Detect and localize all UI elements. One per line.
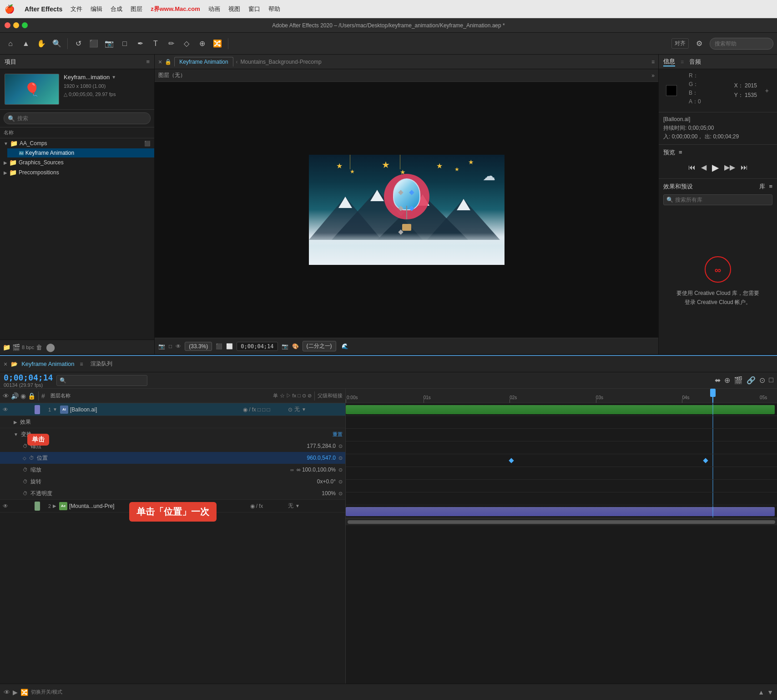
sw-slash[interactable]: /: [249, 406, 250, 413]
scale-row[interactable]: ⏱ 缩放 ∞ ∞ 100.0,100.0% ⊙: [0, 464, 345, 476]
home-btn[interactable]: ⌂: [4, 37, 17, 51]
tl-tool-6[interactable]: □: [769, 376, 773, 385]
scrollbar-thumb[interactable]: [348, 520, 775, 524]
comp-tab-keyframe[interactable]: Keyframe Animation: [174, 57, 233, 66]
rotation-row[interactable]: ⏱ 旋转 0x+0.0° ⊙: [0, 476, 345, 487]
tl-tool-3[interactable]: 🎬: [734, 376, 743, 385]
new-comp-btn[interactable]: 🎬: [12, 344, 20, 351]
layer-2-eye[interactable]: 👁: [3, 503, 8, 509]
project-dropdown-arrow[interactable]: ▼: [111, 75, 116, 80]
scale-value[interactable]: ∞ 100.0,100.0%: [297, 467, 336, 473]
effects-search-input[interactable]: [675, 197, 769, 203]
timeline-playhead[interactable]: [712, 389, 713, 403]
position-keyframe-left[interactable]: ◇: [23, 456, 26, 461]
minimize-window-btn[interactable]: [13, 22, 19, 28]
select-tool[interactable]: ▲: [19, 37, 33, 51]
hand-tool[interactable]: ✋: [35, 37, 48, 51]
menu-layer[interactable]: 图层: [131, 5, 142, 13]
effect-expand-icon[interactable]: ▶: [14, 420, 17, 425]
menu-window[interactable]: 窗口: [248, 5, 260, 13]
comp-header-close[interactable]: ×: [158, 58, 162, 66]
expand-aa-comps[interactable]: ▼: [4, 141, 8, 146]
transform-header[interactable]: ▼ 变换 重置: [0, 428, 345, 440]
menu-file[interactable]: 文件: [71, 5, 82, 13]
fast-preview-btn[interactable]: 🌊: [342, 343, 348, 350]
lc-solo-btn[interactable]: ◉: [20, 392, 26, 400]
comp-expand-btn[interactable]: »: [651, 72, 655, 79]
opacity-row[interactable]: ⏱ 不透明度 100% ⊙: [0, 487, 345, 499]
expand-precomp[interactable]: ▶: [4, 170, 7, 175]
snapshot-btn[interactable]: 📷: [158, 343, 165, 350]
redo-btn[interactable]: ⬛: [87, 37, 101, 51]
keyframe-pos-1[interactable]: [509, 458, 514, 463]
tl-tool-1[interactable]: ⬌: [715, 376, 721, 385]
mask-btn[interactable]: 👁: [176, 343, 181, 350]
position-value[interactable]: 960.0,547.0: [307, 455, 336, 461]
trash-btn[interactable]: 🗑: [36, 344, 42, 351]
camera-btn[interactable]: 📷: [102, 37, 116, 51]
anchor-row[interactable]: ⏱ 锚点 177.5,284.0 ⊙: [0, 440, 345, 452]
timeline-menu-icon[interactable]: ≡: [80, 361, 83, 367]
composition-preview[interactable]: ★ ★ ★ ★ ★ ★ ★ ☁: [155, 82, 658, 338]
tl-bottom-btn3[interactable]: 🔀: [20, 689, 28, 696]
pin-tool[interactable]: 🔀: [211, 37, 224, 51]
comp-breadcrumb-precomp[interactable]: Mountains_Background-Precomp: [241, 59, 322, 65]
tl-bottom-btn2[interactable]: ▶: [13, 689, 18, 696]
lc-lock-btn[interactable]: 🔒: [28, 392, 35, 400]
transform-reset[interactable]: 重置: [333, 431, 343, 438]
quality-selector[interactable]: (二分之一): [303, 341, 336, 351]
effects-lib-tab[interactable]: 库: [759, 183, 765, 191]
menu-help[interactable]: 帮助: [268, 5, 280, 13]
transform-expand-icon[interactable]: ▼: [14, 432, 18, 437]
camera-snap-btn[interactable]: 📷: [282, 343, 288, 350]
l2-sw-2[interactable]: /: [256, 503, 257, 509]
comp-menu-icon[interactable]: ≡: [651, 59, 655, 65]
preview-menu-icon[interactable]: ≡: [679, 149, 682, 156]
effect-header[interactable]: ▶ 效果: [0, 416, 345, 428]
prev-frame-btn[interactable]: ◀: [701, 163, 706, 172]
info-tab[interactable]: 信息: [663, 57, 675, 66]
puppet-tool[interactable]: ⊕: [195, 37, 209, 51]
sw-box1[interactable]: □: [257, 406, 261, 413]
brush-tool[interactable]: ✏: [164, 37, 178, 51]
play-btn[interactable]: ▶: [712, 162, 719, 173]
l2-sw-3[interactable]: fx: [259, 503, 263, 509]
anchor-stopwatch[interactable]: ⏱: [23, 443, 28, 449]
timeline-comp-tab[interactable]: Keyframe Animation: [21, 360, 74, 367]
help-search-input[interactable]: [710, 38, 773, 50]
fit-btn[interactable]: ⬛: [216, 343, 222, 350]
rect-tool[interactable]: □: [118, 37, 131, 51]
tl-tool-4[interactable]: 🔗: [747, 376, 756, 385]
close-window-btn[interactable]: [5, 22, 10, 28]
layer-1-expand[interactable]: ▼: [53, 407, 57, 412]
layer-2-expand[interactable]: ▶: [53, 503, 56, 508]
project-search-input[interactable]: [17, 115, 146, 122]
comp-timecode[interactable]: 0;00;04;14: [237, 342, 278, 351]
menu-zhuihao[interactable]: z界www.Mac.com: [151, 5, 200, 13]
toggle-btn[interactable]: ⬤: [46, 342, 55, 352]
sw-box2[interactable]: □: [262, 406, 265, 413]
project-item-precomp[interactable]: ▶ 📁 Precompositions: [0, 167, 154, 178]
timeline-scrollbar[interactable]: [346, 518, 777, 525]
tl-tool-5[interactable]: ⊙: [759, 376, 765, 385]
zoom-tool[interactable]: 🔍: [50, 37, 64, 51]
text-tool[interactable]: T: [149, 37, 162, 51]
render-queue-btn[interactable]: 渲染队列: [91, 360, 112, 368]
maximize-window-btn[interactable]: [22, 22, 28, 28]
scale-stopwatch[interactable]: ⏱: [23, 467, 28, 472]
l2-sw-1[interactable]: ◉: [250, 503, 255, 509]
lc-speaker-btn[interactable]: 🔊: [11, 392, 19, 400]
expand-graphics[interactable]: ▶: [4, 160, 7, 165]
tl-bottom-down-btn[interactable]: ▼: [767, 689, 773, 696]
tl-tool-2[interactable]: ⊕: [724, 376, 730, 385]
grid-btn[interactable]: ⬜: [226, 343, 233, 350]
project-item-graphics[interactable]: ▶ 📁 Graphics_Sources: [0, 157, 154, 167]
position-row[interactable]: ◇ ⏱ 位置 960.0,547.0 ⊙ 单击: [0, 452, 345, 464]
menu-composition[interactable]: 合成: [111, 5, 122, 13]
first-frame-btn[interactable]: ⏮: [688, 163, 696, 172]
menu-edit[interactable]: 编辑: [91, 5, 102, 13]
info-menu-icon[interactable]: ≡: [681, 59, 684, 65]
zoom-selector[interactable]: (33.3%): [185, 342, 212, 351]
project-thumbnail[interactable]: 🎈: [5, 74, 59, 105]
pen-tool[interactable]: ✒: [133, 37, 147, 51]
